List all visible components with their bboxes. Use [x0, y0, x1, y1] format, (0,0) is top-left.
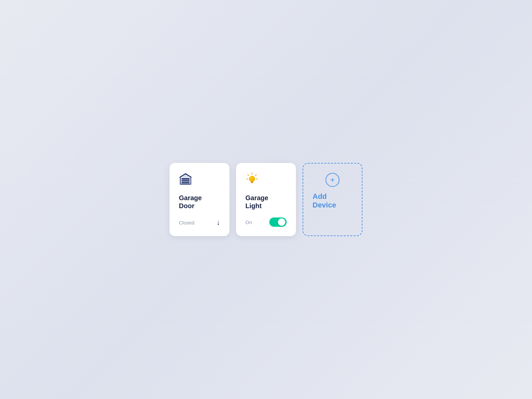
- svg-point-12: [250, 177, 252, 179]
- garage-light-toggle[interactable]: [269, 217, 287, 227]
- garage-door-arrow-icon: ↓: [216, 218, 220, 227]
- cards-container: Garage Door Closed ↓: [170, 163, 362, 236]
- svg-line-5: [255, 175, 256, 176]
- svg-point-9: [249, 176, 255, 182]
- garage-door-status-row: Closed ↓: [179, 218, 220, 227]
- add-device-label: Add Device: [313, 192, 352, 210]
- garage-light-status-row: On: [245, 217, 287, 227]
- light-bulb-icon: [245, 172, 287, 189]
- svg-line-6: [248, 175, 249, 176]
- garage-door-title: Garage Door: [179, 194, 220, 210]
- plus-icon: +: [326, 173, 339, 187]
- garage-light-title: Garage Light: [245, 194, 287, 210]
- garage-light-status: On: [245, 219, 252, 225]
- garage-light-card[interactable]: Garage Light On: [236, 163, 296, 236]
- garage-door-icon: [179, 172, 220, 189]
- svg-rect-11: [251, 182, 253, 183]
- toggle-thumb: [278, 218, 285, 226]
- garage-door-status: Closed: [179, 220, 195, 225]
- add-device-card[interactable]: + Add Device: [303, 163, 362, 236]
- svg-rect-10: [251, 181, 253, 182]
- garage-door-card[interactable]: Garage Door Closed ↓: [170, 163, 229, 236]
